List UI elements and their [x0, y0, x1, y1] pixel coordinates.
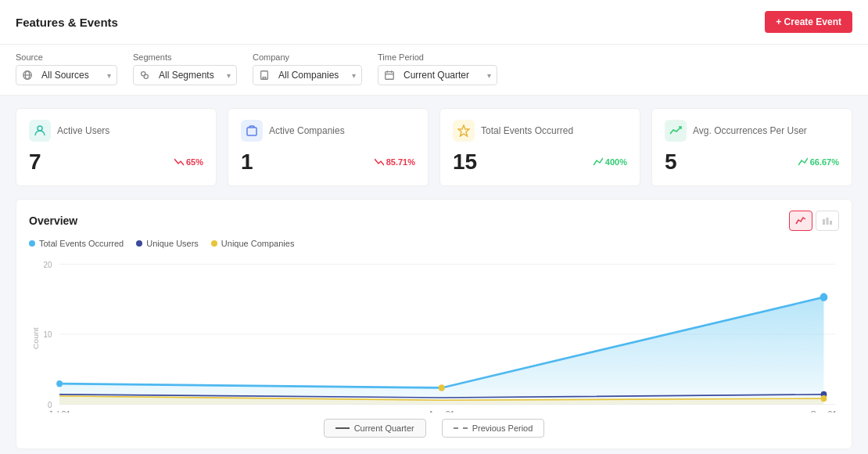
- stat-card-avg-occurrences: Avg. Occurrences Per User 5 66.67%: [651, 108, 852, 186]
- time-period-select[interactable]: Current Quarter Previous Quarter Last 30…: [378, 65, 497, 85]
- svg-text:Count: Count: [31, 327, 40, 349]
- stat-card-active-users: Active Users 7 65%: [16, 108, 217, 186]
- stat-card-active-companies: Active Companies 1 85.71%: [228, 108, 429, 186]
- total-events-change: 400%: [594, 157, 627, 167]
- chart-area: 20 10 0 Count: [29, 256, 839, 413]
- down-trend-icon: [174, 157, 184, 167]
- main-content: Active Users 7 65%: [0, 95, 868, 454]
- legend-dot-unique-companies: [211, 240, 217, 247]
- total-events-value: 15: [453, 150, 477, 175]
- down-trend-icon-2: [375, 157, 384, 167]
- source-label: Source: [16, 52, 117, 62]
- svg-rect-21: [827, 218, 829, 225]
- solid-line-icon: [335, 427, 350, 429]
- overview-header: Overview: [29, 211, 839, 231]
- total-events-title: Total Events Occurred: [481, 125, 573, 136]
- stat-card-active-users-header: Active Users: [29, 120, 203, 142]
- active-users-change: 65%: [174, 157, 203, 167]
- avg-occurrences-body: 5 66.67%: [665, 150, 839, 175]
- active-companies-value: 1: [241, 150, 253, 175]
- svg-text:Jul 01: Jul 01: [48, 409, 71, 413]
- up-trend-icon-2: [798, 157, 808, 167]
- avg-occurrences-title: Avg. Occurrences Per User: [693, 125, 807, 136]
- svg-text:Aug 01: Aug 01: [429, 409, 455, 413]
- company-label: Company: [253, 52, 362, 62]
- up-trend-icon: [594, 157, 603, 167]
- chart-legend: Total Events Occurred Unique Users Uniqu…: [29, 239, 839, 248]
- total-events-body: 15 400%: [453, 150, 627, 175]
- svg-rect-20: [823, 219, 825, 225]
- active-companies-body: 1 85.71%: [241, 150, 415, 175]
- stat-card-active-companies-header: Active Companies: [241, 120, 415, 142]
- previous-period-button[interactable]: Previous Period: [442, 419, 545, 438]
- point-total-sep: [820, 293, 828, 301]
- source-filter-group: Source All Sources ▾: [16, 52, 117, 85]
- current-quarter-label: Current Quarter: [354, 423, 414, 433]
- active-companies-icon: [241, 120, 263, 142]
- active-companies-change: 85.71%: [375, 157, 415, 167]
- active-users-title: Active Users: [57, 125, 109, 136]
- bar-chart-icon: [822, 215, 833, 226]
- source-select[interactable]: All Sources: [16, 65, 117, 85]
- line-chart-button[interactable]: [789, 211, 812, 231]
- period-buttons: Current Quarter Previous Period: [29, 419, 839, 438]
- overview-chart: 20 10 0 Count: [29, 256, 839, 413]
- legend-label-unique-users: Unique Users: [146, 239, 199, 248]
- current-quarter-button[interactable]: Current Quarter: [324, 419, 426, 438]
- company-filter-group: Company All Companies ▾: [253, 52, 362, 85]
- stat-card-avg-header: Avg. Occurrences Per User: [665, 120, 839, 142]
- svg-rect-16: [247, 128, 256, 135]
- legend-unique-users: Unique Users: [136, 239, 199, 248]
- svg-point-15: [38, 126, 42, 131]
- dashed-line-icon: [454, 427, 468, 429]
- legend-dot-unique-users: [136, 240, 142, 247]
- svg-text:Sep 01: Sep 01: [810, 409, 837, 413]
- active-users-icon: [29, 120, 51, 142]
- active-companies-title: Active Companies: [269, 125, 345, 136]
- svg-text:10: 10: [43, 330, 52, 339]
- stat-cards-row: Active Users 7 65%: [16, 108, 852, 186]
- stat-card-total-events-header: Total Events Occurred: [453, 120, 627, 142]
- source-select-wrapper[interactable]: All Sources ▾: [16, 65, 117, 85]
- overview-section: Overview: [16, 199, 852, 449]
- stat-card-total-events: Total Events Occurred 15 400%: [439, 108, 640, 186]
- company-select-wrapper[interactable]: All Companies ▾: [253, 65, 362, 85]
- time-period-label: Time Period: [378, 52, 497, 62]
- bar-chart-button[interactable]: [816, 211, 839, 231]
- avg-occurrences-value: 5: [665, 150, 677, 175]
- legend-unique-companies: Unique Companies: [211, 239, 295, 248]
- header: Features & Events + Create Event: [0, 0, 868, 45]
- legend-label-total-events: Total Events Occurred: [39, 239, 124, 248]
- active-users-value: 7: [29, 150, 41, 175]
- point-yellow-aug: [439, 384, 445, 391]
- point-companies-sep: [821, 395, 827, 402]
- legend-label-unique-companies: Unique Companies: [221, 239, 295, 248]
- filters-bar: Source All Sources ▾ Segments: [0, 45, 868, 95]
- svg-text:0: 0: [48, 400, 52, 409]
- svg-text:20: 20: [43, 260, 52, 268]
- svg-marker-19: [458, 125, 469, 136]
- svg-rect-22: [830, 221, 832, 225]
- company-select[interactable]: All Companies: [253, 65, 362, 85]
- segments-filter-group: Segments All Segments ▾: [133, 52, 237, 85]
- previous-period-label: Previous Period: [472, 423, 533, 433]
- segments-select[interactable]: All Segments: [133, 65, 237, 85]
- chart-type-buttons: [789, 211, 839, 231]
- create-event-button[interactable]: + Create Event: [765, 11, 852, 33]
- active-users-body: 7 65%: [29, 150, 203, 175]
- legend-total-events: Total Events Occurred: [29, 239, 124, 248]
- avg-occurrences-icon: [665, 120, 687, 142]
- time-period-select-wrapper[interactable]: Current Quarter Previous Quarter Last 30…: [378, 65, 497, 85]
- line-chart-icon: [795, 215, 806, 226]
- overview-title: Overview: [29, 214, 77, 227]
- segments-select-wrapper[interactable]: All Segments ▾: [133, 65, 237, 85]
- avg-occurrences-change: 66.67%: [798, 157, 839, 167]
- legend-dot-total-events: [29, 240, 35, 247]
- segments-label: Segments: [133, 52, 237, 62]
- point-total-jul: [56, 380, 63, 387]
- page-title: Features & Events: [16, 16, 118, 29]
- time-period-filter-group: Time Period Current Quarter Previous Qua…: [378, 52, 497, 85]
- total-events-icon: [453, 120, 475, 142]
